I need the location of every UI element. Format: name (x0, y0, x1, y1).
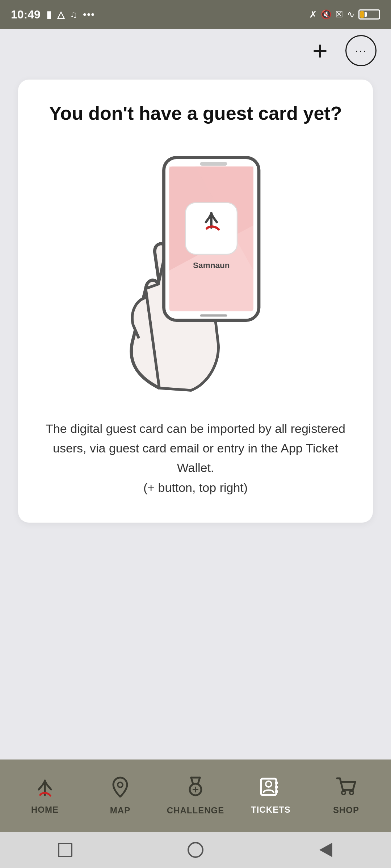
music-icon: ♫ (70, 9, 77, 20)
nav-label-home: HOME (31, 805, 59, 815)
map-icon (110, 776, 130, 802)
sim-icon: ▮ (46, 9, 51, 20)
home-system-button[interactable] (181, 835, 210, 864)
battery-icon (358, 9, 380, 20)
time-display: 10:49 (11, 8, 41, 21)
svg-point-13 (266, 781, 272, 787)
nav-label-challenge: CHALLENGE (167, 805, 224, 816)
system-navigation (0, 832, 391, 868)
nav-label-shop: SHOP (333, 805, 359, 815)
card-description: The digital guest card can be imported b… (40, 419, 351, 498)
x-icon: ☒ (335, 9, 343, 20)
phone-svg: Samnaun (101, 144, 290, 397)
svg-rect-7 (200, 162, 227, 166)
plus-icon: + (312, 38, 328, 64)
dots-status-icon: ••• (83, 9, 95, 20)
svg-rect-6 (200, 314, 227, 316)
more-options-button[interactable]: ··· (345, 35, 377, 66)
nav-label-tickets: TICKETS (251, 805, 291, 815)
nav-label-map: MAP (110, 805, 130, 816)
more-icon: ··· (355, 44, 367, 58)
nav-item-challenge[interactable]: CHALLENGE (158, 760, 233, 832)
nav-item-tickets[interactable]: TICKETS (233, 760, 308, 832)
phone-illustration: Samnaun (101, 144, 290, 397)
svg-rect-16 (275, 790, 278, 793)
top-action-bar: + ··· (0, 29, 391, 72)
svg-rect-14 (275, 782, 278, 784)
nav-item-shop[interactable]: SHOP (308, 760, 384, 832)
svg-rect-15 (275, 786, 278, 788)
svg-point-18 (350, 791, 353, 795)
wifi-icon: ∿ (347, 9, 355, 20)
bluetooth-icon: ✗ (309, 9, 317, 20)
vibrate-icon: 🔇 (321, 9, 332, 20)
svg-point-8 (118, 782, 123, 787)
challenge-icon (186, 776, 206, 802)
back-button[interactable] (311, 835, 340, 864)
add-button[interactable]: + (306, 36, 335, 65)
card-title: You don't have a guest card yet? (49, 101, 342, 126)
status-right-icons: ✗ 🔇 ☒ ∿ (309, 9, 380, 20)
nav-item-home[interactable]: HOME (7, 760, 83, 832)
alert-icon: △ (57, 9, 64, 20)
nav-item-map[interactable]: MAP (83, 760, 158, 832)
guest-card-info-card: You don't have a guest card yet? (18, 80, 373, 523)
shop-icon (336, 776, 357, 801)
home-system-icon (188, 842, 203, 858)
main-content: You don't have a guest card yet? (0, 72, 391, 537)
back-icon (319, 843, 332, 857)
recents-icon (58, 843, 72, 857)
bottom-navigation: HOME MAP CHALLENGE (0, 760, 391, 832)
status-bar: 10:49 ▮ △ ♫ ••• ✗ 🔇 ☒ ∿ (0, 0, 391, 29)
svg-point-17 (342, 791, 345, 795)
status-time-area: 10:49 ▮ △ ♫ ••• (11, 8, 95, 21)
tickets-icon (259, 777, 283, 801)
recents-button[interactable] (51, 835, 80, 864)
home-icon (35, 777, 55, 801)
svg-text:Samnaun: Samnaun (193, 260, 230, 269)
